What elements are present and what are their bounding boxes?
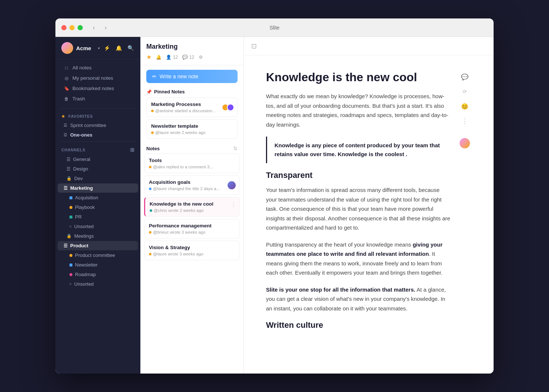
workspace-name: Acme <box>76 45 95 51</box>
sidebar-item-general[interactable]: ☰ General <box>58 155 138 164</box>
star-icon[interactable]: ★ <box>146 54 151 61</box>
window-title: Slite <box>269 25 279 31</box>
note-performance[interactable]: Performance management @brieuc wrote 3 w… <box>144 219 240 238</box>
marketing-icon: ☰ <box>64 186 68 191</box>
note-title: Performance management <box>149 223 235 228</box>
design-icon: ☰ <box>67 166 71 172</box>
content-toolbar: ⊡ <box>244 37 494 55</box>
workspace-avatar <box>61 42 73 54</box>
members-count: 👤 12 <box>166 55 178 60</box>
sidebar-item-dev[interactable]: 🔒 Dev <box>58 174 138 183</box>
doc-paragraph-4: Slite is your one stop for all the infor… <box>266 285 451 313</box>
forward-button[interactable]: › <box>100 23 111 33</box>
note-knowledge[interactable]: Knowledge is the new cool @chris wrote 2… <box>144 197 240 217</box>
product-label: Product <box>70 243 88 248</box>
note-dot <box>149 166 151 168</box>
note-dot <box>150 209 152 212</box>
acquisition-icon <box>69 196 72 199</box>
close-button[interactable] <box>61 25 67 30</box>
trash-icon: 🗑 <box>64 96 69 102</box>
meetings-label: Meetings <box>74 233 94 239</box>
sidebar-item-acquisition[interactable]: Acquisition <box>58 193 138 202</box>
bell-icon[interactable]: 🔔 <box>115 44 123 52</box>
doc-title: Knowledge is the new cool <box>266 70 451 84</box>
note-meta: @chris wrote 2 weeks ago <box>150 208 235 213</box>
sidebar-item-product[interactable]: ☰ Product <box>58 241 138 250</box>
doc-heading-written-culture: Written culture <box>266 320 451 330</box>
sidebar-item-pr[interactable]: PR <box>58 212 138 221</box>
traffic-lights <box>61 25 83 30</box>
dev-label: Dev <box>74 176 83 181</box>
back-button[interactable]: ‹ <box>89 23 99 33</box>
sidebar-item-personal[interactable]: ◎ My personal notes <box>58 73 138 83</box>
bell-meta-icon: 🔔 <box>156 55 161 60</box>
sidebar-item-meetings[interactable]: 🔒 Meetings <box>58 231 138 241</box>
notes-panel: Marketing ★ 🔔 👤 12 💬 12 ⚙ ✏ <box>140 37 244 374</box>
search-icon[interactable]: 🔍 <box>126 44 134 52</box>
main-content: ⊡ Knowledge is the new cool What exactly… <box>244 37 494 374</box>
sidebar-item-one-ones[interactable]: ☰ One-ones <box>58 130 138 140</box>
note-acquisition-goals[interactable]: Acquisition goals @laure changed the tit… <box>144 175 240 195</box>
sidebar-item-product-committee[interactable]: Product committee <box>58 251 138 260</box>
sidebar-toggle-icon[interactable]: ⊡ <box>250 41 258 52</box>
general-icon: ☰ <box>67 157 71 162</box>
lightning-icon[interactable]: ⚡ <box>103 44 111 52</box>
sidebar-item-sprint-committee[interactable]: ☰ Sprint committee <box>58 121 138 130</box>
channel-header: Marketing ★ 🔔 👤 12 💬 12 ⚙ <box>140 37 243 65</box>
sort-icon[interactable]: ⇅ <box>233 145 238 151</box>
note-meta: @laure changed the title 2 days a... <box>149 186 235 191</box>
app-body: Acme ▾ ⚡ 🔔 🔍 □ All notes ◎ My personal n… <box>55 37 494 374</box>
product-committee-label: Product committee <box>75 252 115 258</box>
comment-icon[interactable]: 💬 <box>460 72 470 82</box>
minimize-button[interactable] <box>69 25 75 30</box>
sidebar-item-design[interactable]: ☰ Design <box>58 164 138 173</box>
maximize-button[interactable] <box>78 25 83 30</box>
note-avatar <box>228 181 236 189</box>
settings-icon[interactable]: ⚙ <box>199 55 203 60</box>
doc-heading-transparent: Transparent <box>266 171 451 180</box>
sidebar-item-playbook[interactable]: Playbook <box>58 203 138 212</box>
sidebar-divider-1 <box>60 109 136 109</box>
sidebar-item-unsorted-marketing[interactable]: ≡ Unsorted <box>58 222 138 231</box>
members-icon: 👤 <box>166 55 171 60</box>
note-vision[interactable]: Vision & Strategy @laure wrote 3 weeks a… <box>144 241 240 260</box>
sidebar-item-all-notes[interactable]: □ All notes <box>58 63 138 73</box>
unsorted-product-icon: ≡ <box>69 282 72 286</box>
sidebar-item-unsorted-product[interactable]: ≡ Unsorted <box>58 279 138 289</box>
notes-section-header: Notes ⇅ <box>140 141 243 154</box>
channels-add-icon[interactable]: ⊞ <box>130 147 135 153</box>
more-options-icon[interactable]: ⋮ <box>460 116 470 126</box>
note-status-dot <box>151 110 154 112</box>
notes-count: 💬 12 <box>182 55 194 60</box>
marketing-label: Marketing <box>70 185 93 191</box>
nav-arrows: ‹ › <box>89 23 111 33</box>
pinned-note-newsletter[interactable]: Newsletter template @laure wrote 2 weeks… <box>146 119 238 139</box>
one-ones-icon: ☰ <box>64 133 67 137</box>
sidebar-item-newsletter[interactable]: Newsletter <box>58 260 138 269</box>
emoji-icon[interactable]: 😊 <box>460 101 470 111</box>
doc-quote: Knowledge is any piece of content produc… <box>266 137 451 163</box>
note-tools[interactable]: Tools @alex replied to a comment 3... <box>144 154 240 173</box>
note-status-dot <box>151 131 154 134</box>
notes-count-icon: 💬 <box>182 55 188 60</box>
lock-meetings-icon: 🔒 <box>67 234 72 238</box>
channels-section: Channels ⊞ ☰ General ☰ Design 🔒 Dev ☰ <box>55 143 140 289</box>
workspace-header[interactable]: Acme ▾ ⚡ 🔔 🔍 <box>55 37 140 59</box>
sidebar-item-trash-label: Trash <box>72 96 85 102</box>
share-icon[interactable]: ⟳ <box>460 86 470 97</box>
all-notes-icon: □ <box>64 65 69 71</box>
sidebar-item-trash[interactable]: 🗑 Trash <box>58 94 138 104</box>
playbook-label: Playbook <box>75 204 95 210</box>
write-button-label: Write a new note <box>160 73 198 79</box>
sidebar-item-marketing[interactable]: ☰ Marketing <box>58 183 138 193</box>
pin-icon: 📌 <box>146 89 152 94</box>
sidebar-item-roadmap[interactable]: Roadmap <box>58 270 138 279</box>
product-icon: ☰ <box>64 243 68 248</box>
unsorted-product-label: Unsorted <box>74 281 94 287</box>
write-new-note-button[interactable]: ✏ Write a new note <box>146 70 238 83</box>
pinned-note-marketing-processes[interactable]: Marketing Processes @antoine started a d… <box>146 97 238 117</box>
general-label: General <box>73 157 90 162</box>
note-more-icon[interactable]: ⋮ <box>231 201 236 208</box>
unsorted-marketing-icon: ≡ <box>69 224 72 228</box>
sidebar-item-bookmarked[interactable]: 🔖 Bookmarked notes <box>58 83 138 93</box>
